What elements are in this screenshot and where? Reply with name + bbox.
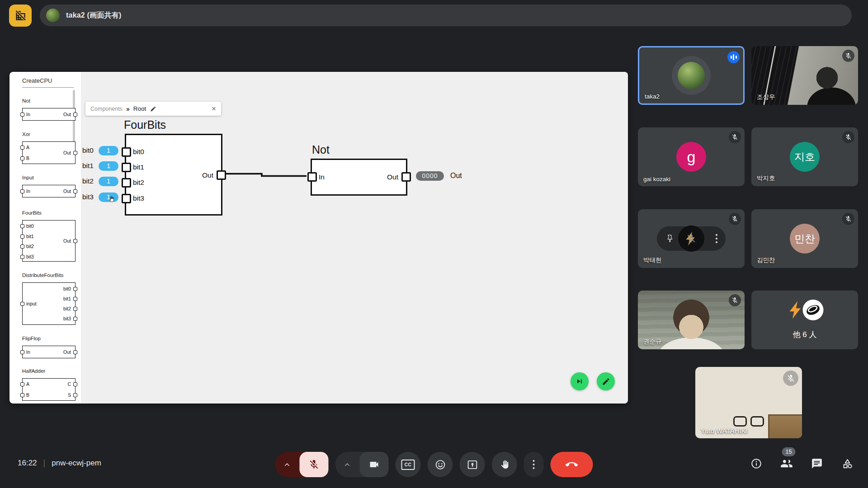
port-bit0[interactable] bbox=[122, 147, 131, 157]
shared-screen: CreateCPU Not In Out Xor A B Out Input I… bbox=[9, 72, 628, 404]
camera-button[interactable] bbox=[360, 452, 389, 477]
mic-off-icon bbox=[729, 294, 741, 306]
tile-gai-kozaki[interactable]: g gai kozaki bbox=[638, 127, 745, 186]
cookie-logo-icon bbox=[803, 300, 824, 320]
port-label: bit0 bbox=[133, 147, 144, 156]
mic-off-icon bbox=[686, 234, 696, 244]
presentation-paused-indicator[interactable] bbox=[9, 5, 32, 27]
present-screen-icon bbox=[467, 459, 478, 470]
call-controls: CC bbox=[275, 452, 593, 477]
tile-parktaehyun[interactable]: 박태현 bbox=[638, 209, 745, 268]
participant-name: 김민찬 bbox=[757, 256, 775, 264]
speaking-indicator-icon bbox=[727, 51, 740, 63]
input-toggle-bit2[interactable]: 1 bbox=[99, 177, 118, 186]
wire bbox=[9, 72, 628, 404]
raise-hand-button[interactable] bbox=[492, 452, 517, 477]
mic-off-icon bbox=[309, 459, 320, 470]
mic-control-group bbox=[275, 452, 329, 477]
avatar-initial: g bbox=[676, 142, 706, 172]
input-label-bit2: bit2 bbox=[82, 177, 94, 186]
more-options-button[interactable] bbox=[524, 452, 544, 477]
glasses bbox=[733, 416, 764, 427]
call-end-icon bbox=[566, 458, 578, 471]
chat-button[interactable] bbox=[811, 457, 823, 470]
avatar-initial: 민찬 bbox=[790, 224, 820, 253]
participant-name: 조상우 bbox=[757, 93, 775, 101]
more-options-icon bbox=[533, 460, 535, 469]
fourbits-block[interactable]: bit0 bit1 bit2 bit3 Out bbox=[125, 134, 222, 216]
edit-fab[interactable] bbox=[597, 372, 615, 390]
tile-overflow[interactable]: 他 6 人 bbox=[751, 291, 858, 349]
presenter-share-label: taka2 (画面共有) bbox=[66, 11, 121, 20]
tile-parkjiho[interactable]: 지호 박지호 bbox=[751, 127, 858, 186]
mic-off-icon bbox=[729, 131, 741, 143]
camera-control-group bbox=[335, 452, 389, 477]
captions-icon: CC bbox=[401, 460, 415, 470]
skip-next-icon bbox=[575, 377, 584, 386]
port-bit3[interactable] bbox=[122, 194, 131, 203]
activities-button[interactable] bbox=[841, 457, 854, 470]
port-out[interactable] bbox=[401, 172, 411, 182]
pencil-icon bbox=[602, 377, 610, 386]
people-icon bbox=[780, 457, 793, 470]
presenter-avatar bbox=[46, 9, 60, 22]
tile-josangwoo[interactable]: 조상우 bbox=[751, 46, 858, 105]
shared-screen-banner[interactable]: taka2 (画面共有) bbox=[40, 5, 852, 26]
port-in[interactable] bbox=[307, 172, 317, 182]
avatar-logo bbox=[678, 225, 704, 252]
tile-kimminchan[interactable]: 민찬 김민찬 bbox=[751, 209, 858, 268]
port-out[interactable] bbox=[217, 170, 226, 180]
mic-off-icon bbox=[783, 371, 798, 386]
end-call-button[interactable] bbox=[551, 452, 593, 477]
meeting-details-button[interactable] bbox=[750, 457, 763, 470]
block-title-not: Not bbox=[312, 143, 330, 156]
avatar bbox=[678, 62, 705, 89]
port-label: bit3 bbox=[133, 194, 144, 203]
port-label: Out bbox=[387, 173, 398, 182]
input-label-bit1: bit1 bbox=[82, 161, 94, 170]
participant-count-badge: 15 bbox=[782, 447, 796, 456]
smiley-icon bbox=[434, 459, 446, 470]
clock: 16:22 bbox=[18, 459, 37, 468]
more-options-icon[interactable] bbox=[716, 234, 718, 244]
port-label: Out bbox=[202, 171, 213, 180]
avatar-initial: 지호 bbox=[790, 142, 820, 172]
mic-button[interactable] bbox=[300, 452, 329, 477]
port-bit2[interactable] bbox=[122, 178, 131, 188]
self-view-tile[interactable]: Yuto WATAHIKI bbox=[695, 367, 802, 438]
tile-taka2[interactable]: taka2 bbox=[638, 46, 745, 105]
mic-off-icon bbox=[842, 131, 854, 143]
port-label: bit2 bbox=[133, 178, 144, 187]
present-button[interactable] bbox=[460, 452, 485, 477]
activities-shapes-icon bbox=[841, 458, 854, 470]
input-label-bit3: bit3 bbox=[82, 192, 94, 202]
pin-icon[interactable] bbox=[665, 234, 674, 243]
not-block[interactable]: In Out bbox=[311, 159, 407, 196]
participant-name: 권순규 bbox=[643, 338, 662, 346]
chevron-up-icon bbox=[343, 460, 352, 469]
input-toggle-bit1[interactable]: 1 bbox=[99, 161, 118, 171]
run-step-fab[interactable] bbox=[571, 372, 589, 390]
input-label-bit0: bit0 bbox=[82, 146, 94, 155]
mouse-cursor bbox=[108, 195, 116, 203]
input-toggle-bit0[interactable]: 1 bbox=[99, 146, 118, 155]
participant-name: taka2 bbox=[645, 93, 660, 100]
mic-off-icon bbox=[842, 50, 854, 62]
meeting-code: pnw-ecwj-pem bbox=[52, 459, 101, 468]
chevron-up-icon bbox=[283, 460, 292, 469]
output-value-pill: 0000 bbox=[416, 171, 444, 181]
tile-kwonsoonkyu[interactable]: 권순규 bbox=[638, 291, 745, 349]
divider: | bbox=[43, 458, 46, 468]
avatar-ring bbox=[672, 56, 711, 95]
captions-button[interactable]: CC bbox=[396, 452, 421, 477]
mic-off-icon bbox=[729, 213, 741, 225]
port-bit1[interactable] bbox=[122, 163, 131, 172]
chat-icon bbox=[811, 458, 823, 469]
output-label: Out bbox=[450, 171, 462, 180]
mic-off-icon bbox=[842, 213, 854, 225]
building-slash-icon bbox=[14, 9, 27, 22]
people-button[interactable]: 15 bbox=[780, 457, 793, 470]
reactions-button[interactable] bbox=[428, 452, 453, 477]
port-label: bit1 bbox=[133, 163, 144, 172]
meeting-info: 16:22 | pnw-ecwj-pem bbox=[18, 458, 101, 468]
